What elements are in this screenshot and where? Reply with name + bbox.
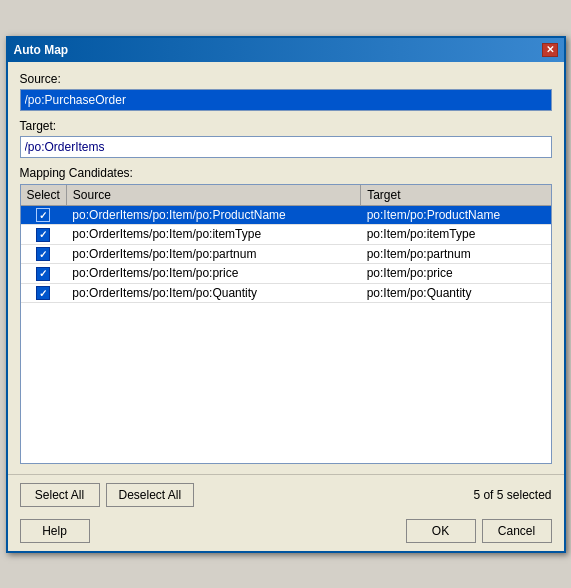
table-row[interactable]: po:OrderItems/po:Item/po:itemTypepo:Item… (21, 225, 551, 245)
row-source: po:OrderItems/po:Item/po:itemType (66, 225, 360, 245)
table-row[interactable]: po:OrderItems/po:Item/po:ProductNamepo:I… (21, 205, 551, 225)
row-source: po:OrderItems/po:Item/po:ProductName (66, 205, 360, 225)
help-button[interactable]: Help (20, 519, 90, 543)
table-row[interactable]: po:OrderItems/po:Item/po:pricepo:Item/po… (21, 264, 551, 284)
title-bar: Auto Map ✕ (8, 38, 564, 62)
mapping-table-container: Select Source Target po:OrderItems/po:It… (20, 184, 552, 464)
row-target: po:Item/po:itemType (361, 225, 551, 245)
row-source: po:OrderItems/po:Item/po:price (66, 264, 360, 284)
mapping-section-label: Mapping Candidates: (20, 166, 552, 180)
row-target: po:Item/po:Quantity (361, 283, 551, 303)
row-source: po:OrderItems/po:Item/po:Quantity (66, 283, 360, 303)
col-select: Select (21, 185, 67, 206)
bottom-bar: Select All Deselect All 5 of 5 selected (8, 474, 564, 513)
select-all-button[interactable]: Select All (20, 483, 100, 507)
bottom-left-buttons: Select All Deselect All (20, 483, 195, 507)
close-button[interactable]: ✕ (542, 43, 558, 57)
dialog-title: Auto Map (14, 43, 69, 57)
table-header-row: Select Source Target (21, 185, 551, 206)
mapping-table: Select Source Target po:OrderItems/po:It… (21, 185, 551, 304)
ok-button[interactable]: OK (406, 519, 476, 543)
source-input[interactable] (20, 89, 552, 111)
row-target: po:Item/po:partnum (361, 244, 551, 264)
cancel-button[interactable]: Cancel (482, 519, 552, 543)
auto-map-dialog: Auto Map ✕ Source: Target: Mapping Candi… (6, 36, 566, 553)
footer: Help OK Cancel (8, 513, 564, 551)
target-label: Target: (20, 119, 552, 133)
table-row[interactable]: po:OrderItems/po:Item/po:Quantitypo:Item… (21, 283, 551, 303)
row-checkbox[interactable] (36, 228, 50, 242)
row-checkbox[interactable] (36, 247, 50, 261)
col-target: Target (361, 185, 551, 206)
table-row[interactable]: po:OrderItems/po:Item/po:partnumpo:Item/… (21, 244, 551, 264)
row-checkbox[interactable] (36, 286, 50, 300)
source-label: Source: (20, 72, 552, 86)
row-source: po:OrderItems/po:Item/po:partnum (66, 244, 360, 264)
deselect-all-button[interactable]: Deselect All (106, 483, 195, 507)
dialog-body: Source: Target: Mapping Candidates: Sele… (8, 62, 564, 474)
mapping-tbody: po:OrderItems/po:Item/po:ProductNamepo:I… (21, 205, 551, 303)
row-target: po:Item/po:price (361, 264, 551, 284)
target-input[interactable] (20, 136, 552, 158)
footer-right-buttons: OK Cancel (406, 519, 552, 543)
row-checkbox[interactable] (36, 267, 50, 281)
col-source: Source (66, 185, 360, 206)
row-target: po:Item/po:ProductName (361, 205, 551, 225)
selection-status: 5 of 5 selected (473, 488, 551, 502)
row-checkbox[interactable] (36, 208, 50, 222)
